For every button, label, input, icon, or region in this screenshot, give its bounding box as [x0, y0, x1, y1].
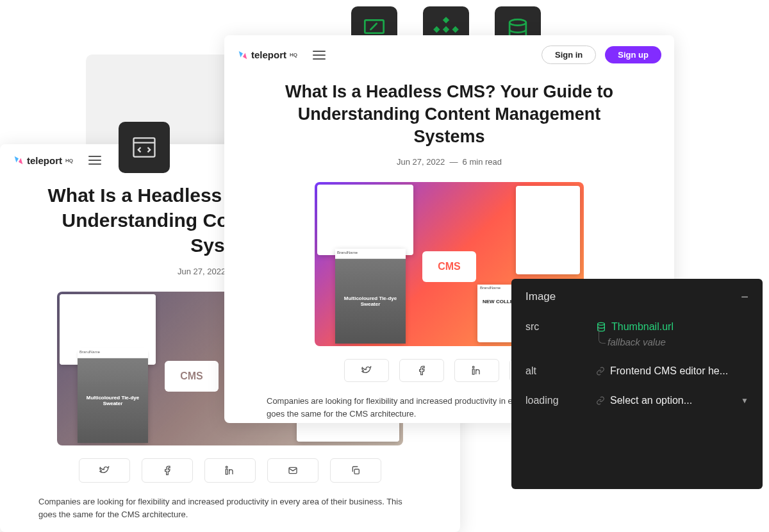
properties-panel: Image − src Thumbnail.url fallback value… — [511, 279, 763, 489]
prop-alt-label: alt — [525, 365, 596, 377]
svg-rect-12 — [472, 369, 474, 374]
svg-rect-8 — [226, 469, 227, 474]
svg-rect-1 — [443, 17, 449, 23]
twitter-icon[interactable] — [79, 458, 130, 483]
svg-rect-11 — [354, 469, 359, 474]
collapse-icon[interactable]: − — [741, 290, 748, 303]
brand-logo[interactable]: teleportHQ — [237, 49, 297, 61]
email-icon[interactable] — [267, 458, 318, 483]
facebook-icon[interactable] — [142, 458, 193, 483]
prop-src-label: src — [525, 321, 596, 333]
navbar-front: teleportHQ Sign in Sign up — [224, 35, 674, 74]
cms-hex-label: CMS — [422, 251, 476, 282]
brand-logo[interactable]: teleportHQ — [13, 154, 73, 166]
brand-name: teleport — [251, 49, 286, 60]
svg-point-9 — [226, 466, 227, 468]
brand-name: teleport — [27, 155, 62, 166]
article-body-back: Companies are looking for flexibility an… — [0, 483, 460, 532]
svg-rect-4 — [452, 26, 458, 33]
signup-button[interactable]: Sign up — [605, 46, 661, 63]
svg-rect-3 — [433, 26, 440, 33]
hero-new-collection: NEW COLLECTION — [322, 217, 381, 224]
brand-suffix: HQ — [290, 52, 297, 58]
prop-loading-label: loading — [525, 395, 596, 406]
svg-rect-5 — [443, 26, 449, 33]
svg-point-6 — [509, 19, 526, 25]
prop-src-value[interactable]: Thumbnail.url — [596, 321, 748, 333]
hamburger-menu-icon[interactable] — [313, 51, 326, 60]
linkedin-icon[interactable] — [454, 359, 499, 382]
svg-rect-7 — [134, 138, 155, 156]
share-row-back — [0, 458, 460, 483]
hero-new-collection: NEW COLLECTION — [65, 326, 123, 333]
prop-loading-row: loading Select an option... ▼ — [525, 395, 748, 406]
svg-point-13 — [472, 367, 474, 369]
prop-loading-select[interactable]: Select an option... ▼ — [596, 395, 748, 406]
props-header: Image − — [525, 290, 748, 303]
props-title: Image — [525, 290, 556, 303]
prop-alt-row: alt Frontend CMS editor he... — [525, 365, 748, 377]
article-date: Jun 27, 2022 — [178, 267, 226, 276]
facebook-icon[interactable] — [399, 359, 444, 382]
linkedin-icon[interactable] — [204, 458, 256, 483]
prop-src-row: src Thumbnail.url fallback value — [525, 321, 748, 347]
prop-src-fallback[interactable]: fallback value — [608, 337, 748, 347]
cms-hex-label: CMS — [165, 361, 219, 392]
article-meta: Jun 27, 2022 — 6 min read — [224, 157, 674, 167]
prop-alt-value[interactable]: Frontend CMS editor he... — [596, 365, 748, 377]
code-window-icon — [119, 122, 170, 173]
brand-suffix: HQ — [65, 158, 73, 163]
svg-point-15 — [598, 322, 605, 325]
hamburger-menu-icon[interactable] — [88, 156, 101, 165]
signin-button[interactable]: Sign in — [542, 46, 596, 64]
article-title: What Is a Headless CMS? Your Guide to Un… — [224, 81, 674, 148]
article-date: Jun 27, 2022 — [397, 157, 445, 167]
article-p1: Companies are looking for flexibility an… — [38, 495, 422, 521]
chevron-down-icon: ▼ — [741, 396, 748, 405]
twitter-icon[interactable] — [344, 359, 389, 382]
copy-icon[interactable] — [330, 458, 381, 483]
article-readtime: 6 min read — [463, 157, 502, 167]
